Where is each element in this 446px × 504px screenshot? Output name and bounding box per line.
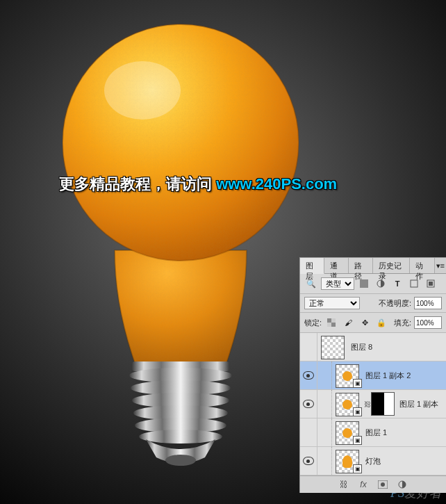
layer-name[interactable]: 图层 1 副本 <box>398 399 446 409</box>
svg-rect-14 <box>411 280 418 287</box>
smart-object-badge: ▣ <box>353 436 362 445</box>
visibility-toggle[interactable] <box>300 333 317 361</box>
lock-position-icon[interactable]: ✥ <box>358 316 372 330</box>
lock-pixels-icon[interactable]: 🖌 <box>341 316 355 330</box>
panel-menu-icon[interactable]: ▾≡ <box>435 258 446 273</box>
layer-row[interactable]: 图层 8 <box>300 333 446 361</box>
opacity-label: 不透明度: <box>379 298 411 309</box>
layers-panel: 图层 通道 路径 历史记录 动作 ▾≡ 🔍 类型 T 正常 不透明度: 100%… <box>299 257 446 493</box>
clip-indent <box>317 447 332 475</box>
filter-adjust-icon[interactable] <box>374 277 388 291</box>
lock-row: 锁定: 🖌 ✥ 🔒 填充: 100% <box>300 313 446 333</box>
tab-paths[interactable]: 路径 <box>349 258 373 273</box>
svg-point-1 <box>63 24 299 261</box>
fx-icon[interactable]: fx <box>358 479 369 490</box>
clip-indent <box>317 361 332 389</box>
layers-bottom-toolbar: ⛓ fx <box>300 475 446 493</box>
svg-rect-19 <box>331 323 336 327</box>
layer-filter-row: 🔍 类型 T <box>300 274 446 294</box>
promo-url: www.240PS.com <box>216 175 337 193</box>
layer-name[interactable]: 图层 8 <box>349 342 446 352</box>
canvas-background: 更多精品教程，请访问 www.240PS.com PS爱好者 图层 通道 路径 … <box>0 0 446 504</box>
layer-row[interactable]: ▣ 图层 1 <box>300 418 446 447</box>
visibility-toggle[interactable] <box>300 390 317 418</box>
blend-mode-row: 正常 不透明度: 100% <box>300 294 446 313</box>
lock-all-icon[interactable]: 🔒 <box>374 316 388 330</box>
svg-rect-12 <box>360 279 368 288</box>
mask-link-icon[interactable]: ⛓ <box>364 400 371 408</box>
bulb-artwork <box>63 14 299 469</box>
tab-layers[interactable]: 图层 <box>300 258 324 274</box>
lock-transparent-icon[interactable] <box>324 316 338 330</box>
filter-kind-icon[interactable]: 🔍 <box>304 277 318 291</box>
promo-text-prefix: 更多精品教程，请访问 <box>59 175 216 193</box>
link-layers-icon[interactable]: ⛓ <box>338 479 349 490</box>
add-mask-icon[interactable] <box>377 479 388 490</box>
smart-object-badge: ▣ <box>353 464 362 473</box>
visibility-toggle[interactable] <box>300 361 317 389</box>
clip-indent <box>317 390 332 418</box>
tab-channels[interactable]: 通道 <box>324 258 349 273</box>
tab-history[interactable]: 历史记录 <box>373 258 410 273</box>
filter-text-icon[interactable]: T <box>390 277 404 291</box>
clip-indent <box>317 418 332 446</box>
layer-thumbnail[interactable] <box>321 336 345 359</box>
layer-name[interactable]: 图层 1 副本 2 <box>364 371 446 381</box>
opacity-input[interactable]: 100% <box>414 297 442 309</box>
layers-list: 图层 8 ▣ 图层 1 副本 2 ▣ ⛓ 图层 1 副本 <box>300 333 446 475</box>
smart-object-badge: ▣ <box>353 379 362 388</box>
svg-rect-18 <box>327 318 331 323</box>
promo-text: 更多精品教程，请访问 www.240PS.com <box>59 174 337 195</box>
filter-shape-icon[interactable] <box>407 277 421 291</box>
lock-label: 锁定: <box>304 318 322 328</box>
svg-rect-16 <box>429 282 433 286</box>
visibility-toggle[interactable] <box>300 418 317 446</box>
fill-input[interactable]: 100% <box>414 316 442 329</box>
tab-actions[interactable]: 动作 <box>410 258 434 273</box>
layer-mask-thumbnail[interactable] <box>371 392 395 416</box>
visibility-toggle[interactable] <box>300 447 317 475</box>
svg-point-11 <box>165 455 196 466</box>
adjustment-layer-icon[interactable] <box>397 479 408 490</box>
layer-row[interactable]: ▣ 灯泡 <box>300 447 446 475</box>
layer-name[interactable]: 图层 1 <box>364 428 446 438</box>
svg-point-10 <box>139 430 222 444</box>
svg-point-2 <box>104 61 181 120</box>
layer-row[interactable]: ▣ 图层 1 副本 2 <box>300 361 446 390</box>
filter-pixel-icon[interactable] <box>357 277 371 291</box>
filter-type-select[interactable]: 类型 <box>321 277 354 290</box>
blend-mode-select[interactable]: 正常 <box>304 297 360 309</box>
fill-label: 填充: <box>394 318 411 328</box>
smart-object-badge: ▣ <box>353 407 362 416</box>
panel-tabs: 图层 通道 路径 历史记录 动作 ▾≡ <box>300 258 446 274</box>
layer-row[interactable]: ▣ ⛓ 图层 1 副本 <box>300 390 446 418</box>
layer-name[interactable]: 灯泡 <box>364 456 446 466</box>
filter-smart-icon[interactable] <box>424 277 438 291</box>
svg-point-21 <box>381 482 385 487</box>
